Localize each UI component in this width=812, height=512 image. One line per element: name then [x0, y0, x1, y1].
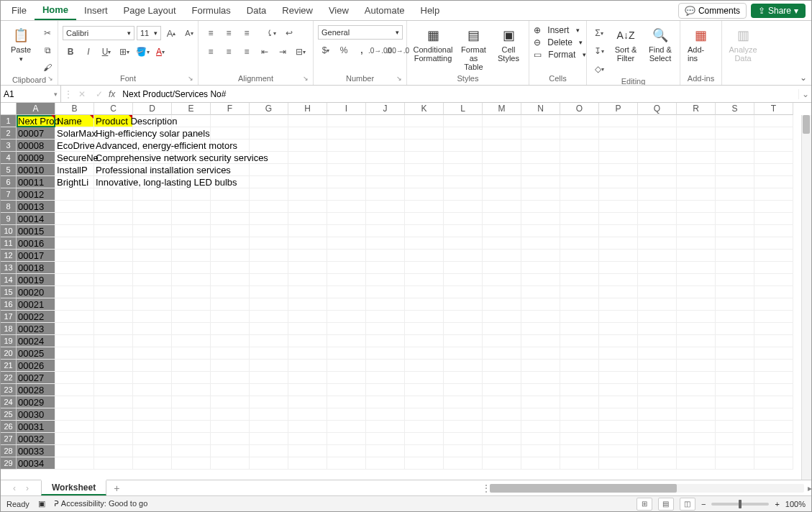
- cell-P23[interactable]: [599, 384, 638, 396]
- cell-H26[interactable]: [288, 421, 327, 433]
- row-header-26[interactable]: 26: [1, 421, 17, 433]
- cell-A16[interactable]: 00021: [17, 298, 55, 311]
- merge-center-button[interactable]: ⊟▾: [293, 44, 309, 60]
- cell-styles-button[interactable]: ▣ Cell Styles: [493, 25, 524, 64]
- cell-B13[interactable]: [55, 262, 94, 274]
- cell-O24[interactable]: [560, 396, 599, 408]
- cell-T23[interactable]: [754, 384, 793, 396]
- cell-R21[interactable]: [677, 360, 716, 372]
- cell-F8[interactable]: [211, 201, 250, 213]
- cell-B11[interactable]: [55, 237, 94, 250]
- cell-S7[interactable]: [716, 188, 754, 201]
- cell-A17[interactable]: 00022: [17, 311, 55, 323]
- cell-I13[interactable]: [327, 262, 366, 274]
- cell-H20[interactable]: [288, 347, 327, 360]
- cell-P9[interactable]: [599, 213, 638, 225]
- cell-C2[interactable]: High-efficiency solar panels: [94, 127, 133, 140]
- cell-T26[interactable]: [754, 421, 793, 433]
- tab-review[interactable]: Review: [274, 1, 321, 19]
- cell-K11[interactable]: [405, 237, 444, 250]
- cell-S14[interactable]: [716, 274, 754, 286]
- cell-O20[interactable]: [560, 347, 599, 360]
- cell-J18[interactable]: [366, 323, 405, 335]
- cell-B28[interactable]: [55, 445, 94, 457]
- cell-S23[interactable]: [716, 384, 754, 396]
- cell-S8[interactable]: [716, 201, 754, 213]
- cell-O1[interactable]: [560, 115, 599, 127]
- cell-H22[interactable]: [288, 372, 327, 384]
- row-header-1[interactable]: 1: [1, 115, 17, 127]
- cell-N23[interactable]: [521, 384, 560, 396]
- cell-I26[interactable]: [327, 421, 366, 433]
- formula-expand-button[interactable]: ⌄: [798, 89, 811, 99]
- cell-L11[interactable]: [444, 237, 483, 250]
- cell-G3[interactable]: [250, 140, 288, 152]
- cell-P10[interactable]: [599, 225, 638, 237]
- cell-L21[interactable]: [444, 360, 483, 372]
- macro-recorder-icon[interactable]: ▣: [38, 499, 45, 508]
- cell-J20[interactable]: [366, 347, 405, 360]
- align-right-button[interactable]: ≡: [239, 44, 255, 60]
- cell-L4[interactable]: [444, 152, 483, 164]
- cell-K19[interactable]: [405, 335, 444, 347]
- cell-R11[interactable]: [677, 237, 716, 250]
- cell-G25[interactable]: [250, 408, 288, 421]
- column-header-F[interactable]: F: [211, 103, 250, 115]
- cell-C3[interactable]: Advanced, energy-efficient motors: [94, 140, 133, 152]
- cell-I4[interactable]: [327, 152, 366, 164]
- cell-T5[interactable]: [754, 164, 793, 176]
- cell-F15[interactable]: [211, 286, 250, 298]
- cell-S20[interactable]: [716, 347, 754, 360]
- cell-T21[interactable]: [754, 360, 793, 372]
- cell-P8[interactable]: [599, 201, 638, 213]
- cell-B22[interactable]: [55, 372, 94, 384]
- cell-P22[interactable]: [599, 372, 638, 384]
- cell-A28[interactable]: 00033: [17, 445, 55, 457]
- cell-A12[interactable]: 00017: [17, 250, 55, 262]
- cell-G16[interactable]: [250, 298, 288, 311]
- cell-L12[interactable]: [444, 250, 483, 262]
- cell-D18[interactable]: [133, 323, 172, 335]
- cell-T12[interactable]: [754, 250, 793, 262]
- cell-H4[interactable]: [288, 152, 327, 164]
- borders-button[interactable]: ⊞▾: [117, 44, 132, 60]
- cell-C23[interactable]: [94, 384, 133, 396]
- format-as-table-button[interactable]: ▤ Format as Table: [457, 25, 490, 73]
- cell-C15[interactable]: [94, 286, 133, 298]
- cell-R15[interactable]: [677, 286, 716, 298]
- cell-D13[interactable]: [133, 262, 172, 274]
- cell-G15[interactable]: [250, 286, 288, 298]
- cell-O25[interactable]: [560, 408, 599, 421]
- cell-R9[interactable]: [677, 213, 716, 225]
- cell-K14[interactable]: [405, 274, 444, 286]
- cell-S25[interactable]: [716, 408, 754, 421]
- cell-P6[interactable]: [599, 176, 638, 188]
- cell-C16[interactable]: [94, 298, 133, 311]
- cell-O22[interactable]: [560, 372, 599, 384]
- cell-C14[interactable]: [94, 274, 133, 286]
- cell-M4[interactable]: [483, 152, 521, 164]
- font-size-select[interactable]: 11▾: [137, 26, 161, 40]
- cell-I2[interactable]: [327, 127, 366, 140]
- cell-Q12[interactable]: [638, 250, 677, 262]
- cell-O17[interactable]: [560, 311, 599, 323]
- cell-E19[interactable]: [172, 335, 211, 347]
- column-header-M[interactable]: M: [483, 103, 521, 115]
- cell-O4[interactable]: [560, 152, 599, 164]
- cell-F17[interactable]: [211, 311, 250, 323]
- cell-Q9[interactable]: [638, 213, 677, 225]
- cell-Q26[interactable]: [638, 421, 677, 433]
- cell-E14[interactable]: [172, 274, 211, 286]
- cell-G28[interactable]: [250, 445, 288, 457]
- cell-J27[interactable]: [366, 433, 405, 445]
- cell-H10[interactable]: [288, 225, 327, 237]
- cell-J11[interactable]: [366, 237, 405, 250]
- row-header-29[interactable]: 29: [1, 457, 17, 470]
- italic-button[interactable]: I: [81, 44, 96, 60]
- cell-K1[interactable]: [405, 115, 444, 127]
- cell-I28[interactable]: [327, 445, 366, 457]
- cell-H7[interactable]: [288, 188, 327, 201]
- align-top-button[interactable]: ≡: [203, 25, 219, 41]
- cell-J28[interactable]: [366, 445, 405, 457]
- cell-B2[interactable]: SolarMax: [55, 127, 94, 140]
